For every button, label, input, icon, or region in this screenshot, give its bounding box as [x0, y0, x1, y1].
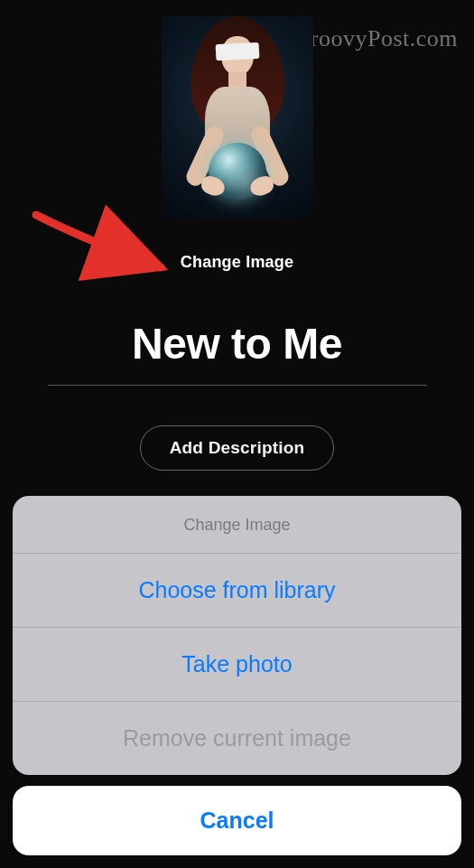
action-sheet-container: Change Image Choose from library Take ph…: [13, 496, 461, 855]
cover-art: [162, 16, 313, 219]
watermark-text: groovyPost.com: [298, 25, 458, 52]
action-sheet: Change Image Choose from library Take ph…: [13, 496, 461, 775]
action-sheet-title: Change Image: [13, 496, 461, 554]
add-description-button[interactable]: Add Description: [140, 425, 335, 471]
playlist-title-input[interactable]: [48, 315, 427, 386]
annotation-arrow-icon: [27, 197, 181, 287]
cancel-button[interactable]: Cancel: [13, 786, 461, 855]
playlist-edit-screen: groovyPost.com Change Image Add Descript…: [0, 0, 474, 868]
choose-from-library-option[interactable]: Choose from library: [13, 554, 461, 627]
remove-current-image-option: Remove current image: [13, 701, 461, 775]
playlist-cover-image[interactable]: [162, 16, 313, 219]
take-photo-option[interactable]: Take photo: [13, 627, 461, 701]
change-image-link[interactable]: Change Image: [181, 253, 293, 272]
